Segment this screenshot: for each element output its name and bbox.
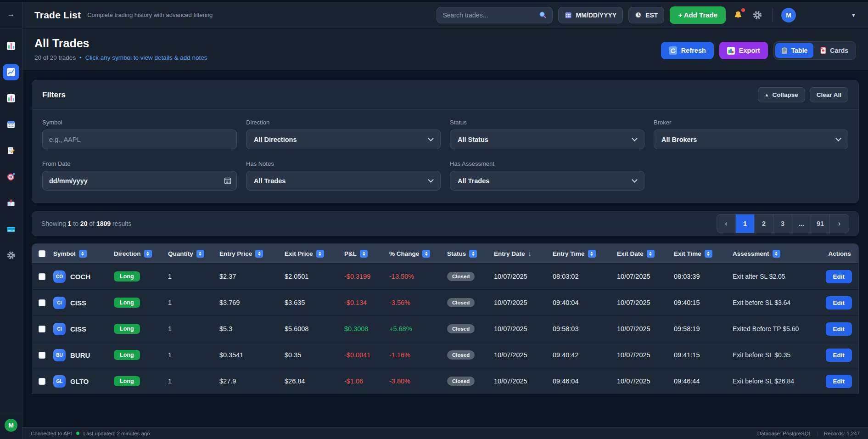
sidebar-item-goals[interactable] [3, 169, 19, 185]
filter-broker-label: Broker [654, 119, 848, 126]
table-row: CI CISS Long 1 $5.3 $5.6008 $0.3008 +5.6… [32, 315, 858, 342]
exit-date-cell: 10/07/2025 [617, 299, 674, 306]
sidebar-collapse-button[interactable]: → [0, 0, 22, 28]
quantity-cell: 1 [168, 325, 219, 332]
edit-button[interactable]: Edit [826, 270, 852, 283]
direction-select[interactable]: All Directions [246, 129, 441, 149]
symbol-link[interactable]: GLTO [70, 377, 89, 385]
edit-button[interactable]: Edit [826, 349, 852, 362]
symbol-badge[interactable]: CI [53, 297, 66, 309]
sidebar-item-notes[interactable] [3, 142, 19, 159]
edit-button[interactable]: Edit [826, 375, 852, 388]
col-symbol[interactable]: Symbol [53, 250, 114, 258]
entry-time-cell: 09:40:04 [553, 299, 617, 306]
chevron-down-icon[interactable]: ▼ [851, 12, 856, 18]
refresh-icon [669, 46, 677, 55]
symbol-hint-link[interactable]: Click any symbol to view details & add n… [85, 54, 207, 61]
col-exit-price[interactable]: Exit Price [285, 250, 344, 258]
next-page-button[interactable]: › [830, 214, 849, 233]
filter-status-label: Status [450, 119, 644, 126]
symbol-link[interactable]: COCH [70, 273, 90, 281]
cards-view-button[interactable]: Cards [814, 43, 854, 58]
sidebar-item-journal[interactable] [3, 195, 19, 211]
search-input[interactable] [442, 11, 535, 19]
page-1-button[interactable]: 1 [736, 214, 755, 233]
has-notes-select[interactable]: All Trades [246, 171, 441, 191]
symbol-link[interactable]: CISS [70, 325, 86, 333]
exit-price-cell: $5.6008 [285, 325, 344, 332]
date-format-button[interactable]: MM/DD/YYYY [558, 7, 623, 23]
page-3-button[interactable]: 3 [773, 214, 792, 233]
timezone-button[interactable]: EST [628, 7, 664, 23]
col-entry-time[interactable]: Entry Time [553, 250, 617, 258]
col-exit-time[interactable]: Exit Time [674, 250, 733, 258]
sidebar-item-dashboard[interactable] [3, 38, 19, 54]
col-entry-date[interactable]: Entry Date↓ [494, 250, 553, 257]
edit-button[interactable]: Edit [826, 296, 852, 310]
direction-badge: Long [114, 271, 140, 281]
symbol-badge[interactable]: BU [53, 349, 66, 361]
col-change[interactable]: % Change [389, 250, 447, 258]
col-quantity[interactable]: Quantity [168, 250, 219, 258]
export-button[interactable]: Export [719, 42, 768, 59]
sidebar-item-trade-list[interactable] [3, 64, 19, 80]
col-exit-date[interactable]: Exit Date [617, 250, 674, 258]
symbol-badge[interactable]: CI [53, 323, 66, 335]
from-date-input[interactable] [42, 171, 237, 191]
symbol-link[interactable]: BURU [70, 351, 90, 359]
quantity-cell: 1 [168, 299, 219, 306]
symbol-link[interactable]: CISS [70, 299, 86, 307]
col-entry-price[interactable]: Entry Price [219, 250, 285, 258]
sidebar-user-avatar[interactable]: M [5, 419, 17, 432]
memo-pencil-icon [6, 146, 16, 155]
sort-icon [705, 250, 712, 258]
page-91-button[interactable]: 91 [811, 214, 830, 233]
notifications-button[interactable] [731, 8, 745, 22]
user-avatar[interactable]: M [781, 8, 796, 23]
row-checkbox[interactable] [39, 299, 45, 306]
row-checkbox[interactable] [39, 273, 45, 280]
add-trade-button[interactable]: + Add Trade [670, 6, 726, 24]
sidebar-item-analytics[interactable] [3, 90, 19, 107]
row-checkbox[interactable] [39, 378, 45, 385]
sorted-desc-icon: ↓ [528, 250, 532, 257]
select-all-checkbox[interactable] [39, 250, 45, 257]
bar-chart-icon [6, 94, 16, 103]
export-label: Export [739, 47, 760, 54]
broker-select[interactable]: All Brokers [654, 129, 848, 149]
symbol-input[interactable] [42, 129, 237, 149]
col-direction[interactable]: Direction [114, 250, 168, 258]
status-badge: Closed [447, 377, 475, 386]
page-2-button[interactable]: 2 [755, 214, 773, 233]
row-checkbox[interactable] [39, 352, 45, 359]
sort-icon [316, 250, 324, 258]
sidebar-item-billing[interactable] [3, 221, 19, 237]
refresh-button[interactable]: Refresh [661, 42, 714, 59]
row-checkbox[interactable] [39, 326, 45, 332]
status-select[interactable]: All Status [450, 129, 644, 149]
trades-table: Symbol Direction Quantity Entry Price Ex… [32, 243, 859, 394]
exit-date-cell: 10/07/2025 [617, 273, 674, 280]
table-view-button[interactable]: Table [775, 43, 814, 58]
pnl-cell: -$0.134 [344, 299, 389, 306]
col-pnl[interactable]: P&L [344, 250, 389, 258]
settings-button[interactable] [750, 8, 764, 22]
col-assessment[interactable]: Assessment [733, 250, 816, 258]
sidebar-item-settings[interactable] [3, 247, 19, 264]
symbol-badge[interactable]: GL [53, 375, 66, 388]
has-assessment-select[interactable]: All Trades [450, 171, 644, 191]
edit-button[interactable]: Edit [826, 322, 852, 336]
collapse-filters-button[interactable]: ▲ Collapse [758, 87, 805, 102]
sidebar-item-calendar[interactable] [3, 116, 19, 133]
calendar-picker-icon[interactable] [224, 177, 231, 185]
col-status[interactable]: Status [447, 250, 494, 258]
clear-all-button[interactable]: Clear All [810, 87, 848, 102]
gear-icon [6, 251, 16, 260]
date-format-label: MM/DD/YYYY [576, 11, 616, 19]
entry-price-cell: $5.3 [219, 325, 285, 332]
expand-arrow-icon: → [7, 10, 15, 19]
change-cell: -3.80% [389, 377, 447, 385]
table-row: CO COCH Long 1 $2.37 $2.0501 -$0.3199 -1… [32, 263, 858, 289]
symbol-badge[interactable]: CO [53, 270, 66, 283]
prev-page-button[interactable]: ‹ [717, 214, 736, 233]
